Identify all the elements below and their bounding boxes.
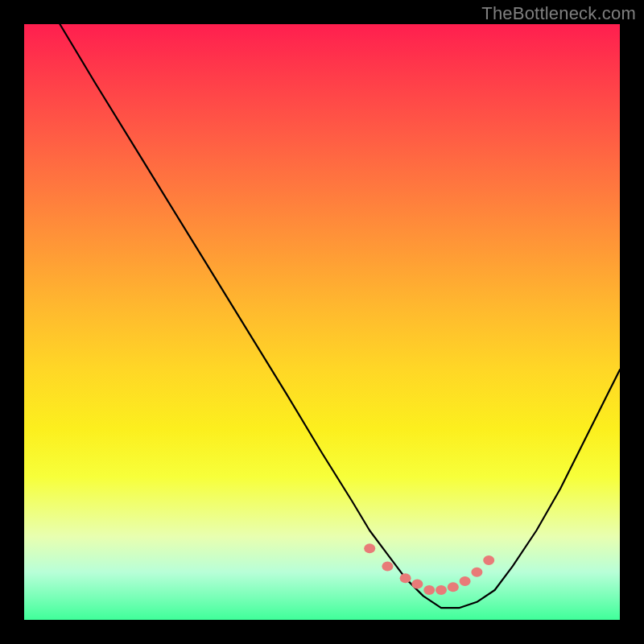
marker-dot	[471, 568, 482, 577]
marker-dot	[364, 543, 375, 553]
bottleneck-curve	[24, 0, 620, 608]
marker-dot	[460, 576, 471, 586]
plot-area	[24, 24, 620, 620]
marker-dot	[483, 555, 494, 565]
marker-dot	[400, 573, 411, 583]
highlight-markers	[364, 543, 494, 595]
marker-dot	[423, 585, 435, 595]
marker-dot	[448, 582, 459, 592]
watermark-text: TheBottleneck.com	[481, 3, 636, 24]
marker-dot	[382, 561, 393, 571]
marker-dot	[436, 585, 447, 595]
chart-frame: TheBottleneck.com	[0, 0, 644, 644]
chart-svg	[24, 24, 620, 620]
marker-dot	[411, 580, 423, 589]
